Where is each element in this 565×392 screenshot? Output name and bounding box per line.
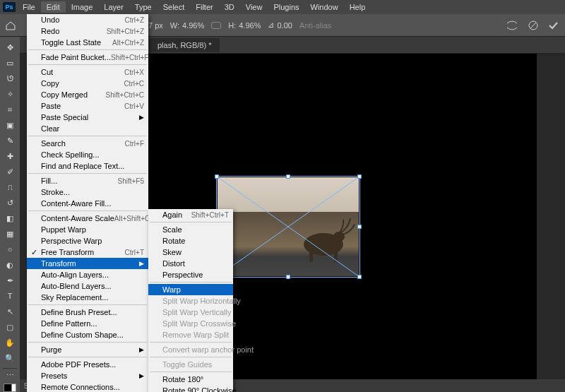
edit-menu-define-custom-shape[interactable]: Define Custom Shape... [27,329,148,340]
menu-file[interactable]: File [17,1,41,13]
transform-menu-skew[interactable]: Skew [148,247,233,258]
crop-tool[interactable]: ⌗ [1,102,18,117]
transform-y-field[interactable]: 7 px [148,21,163,30]
edit-menu-find-and-replace-text[interactable]: Find and Replace Text... [27,160,148,172]
edit-menu-presets[interactable]: Presets▶ [27,370,148,381]
edit-menu-copy[interactable]: CopyCtrl+C [27,78,148,89]
transform-menu-perspective[interactable]: Perspective [148,269,233,280]
transform-menu-rotate[interactable]: Rotate [148,235,233,247]
edit-menu-auto-blend-layers[interactable]: Auto-Blend Layers... [27,280,148,292]
move-tool[interactable]: ✥ [1,40,18,55]
tools-panel: ✥▭ᘎ✧⌗▣✎✚✐⎍↺◧▦○◐✒T↖▢✋🔍 ⋯ [0,37,20,392]
edit-menu-puppet-warp[interactable]: Puppet Warp [27,224,148,235]
menu-help[interactable]: Help [344,1,371,13]
wand-tool[interactable]: ✧ [1,86,18,102]
brush-tool[interactable]: ✐ [1,164,18,179]
edit-menu-search[interactable]: SearchCtrl+F [27,138,148,149]
transform-menu-split-warp-crosswise: Split Warp Crosswise [148,318,233,329]
eraser-tool[interactable]: ◧ [1,210,18,226]
edit-menu-purge[interactable]: Purge▶ [27,344,148,355]
stamp-tool[interactable]: ⎍ [1,179,18,195]
history-tool[interactable]: ↺ [1,195,18,210]
transform-width-label: W:4.96% [170,21,204,30]
menu-edit[interactable]: Edit [41,1,66,13]
edit-menu-content-aware-fill[interactable]: Content-Aware Fill... [27,198,148,209]
path-tool[interactable]: ↖ [1,304,18,319]
transform-menu-again[interactable]: AgainShift+Ctrl+T [148,209,233,220]
cancel-transform-icon[interactable] [528,20,538,30]
pen-tool[interactable]: ✒ [1,273,18,288]
type-tool[interactable]: T [1,288,18,304]
transform-menu-scale[interactable]: Scale [148,224,233,235]
edit-menu-adobe-pdf-presets[interactable]: Adobe PDF Presets... [27,359,148,370]
menu-select[interactable]: Select [157,1,191,13]
edit-menu-fade-paint-bucket[interactable]: Fade Paint Bucket...Shift+Ctrl+F [27,52,148,63]
zoom-tool[interactable]: 🔍 [1,350,18,366]
edit-menu-dropdown: UndoCtrl+ZRedoShift+Ctrl+ZToggle Last St… [27,14,148,392]
lasso-tool[interactable]: ᘎ [1,71,18,86]
edit-menu-fill[interactable]: Fill...Shift+F5 [27,175,148,186]
edit-menu-sky-replacement[interactable]: Sky Replacement... [27,292,148,303]
edit-toolbar-icon[interactable]: ⋯ [1,371,18,381]
edit-menu-cut[interactable]: CutCtrl+X [27,66,148,78]
transform-handle-n[interactable] [286,174,290,179]
menu-window[interactable]: Window [305,1,344,13]
menu-layer[interactable]: Layer [98,1,129,13]
gradient-tool[interactable]: ▦ [1,226,18,242]
edit-menu-toggle-last-state[interactable]: Toggle Last StateAlt+Ctrl+Z [27,37,148,48]
transform-menu-split-warp-vertically: Split Warp Vertically [148,307,233,318]
menu-plugins[interactable]: Plugins [268,1,304,13]
edit-menu-content-aware-scale[interactable]: Content-Aware ScaleAlt+Shift+Ctrl+C [27,213,148,224]
menu-filter[interactable]: Filter [190,1,218,13]
edit-menu-free-transform[interactable]: ✓Free TransformCtrl+T [27,247,148,258]
edit-menu-remote-connections[interactable]: Remote Connections... [27,381,148,392]
edit-menu-define-pattern[interactable]: Define Pattern... [27,318,148,329]
hand-tool[interactable]: ✋ [1,335,18,350]
antialias-checkbox[interactable]: Anti-alias [299,21,331,30]
menu-type[interactable]: Type [129,1,157,13]
transform-menu-rotate-90-clockwise[interactable]: Rotate 90° Clockwise [148,385,233,392]
shape-tool[interactable]: ▢ [1,319,18,335]
edit-menu-check-spelling[interactable]: Check Spelling... [27,149,148,160]
menu-view[interactable]: View [240,1,268,13]
edit-menu-stroke[interactable]: Stroke... [27,186,148,198]
document-tab[interactable]: plash, RGB/8) * [149,38,220,52]
dodge-tool[interactable]: ◐ [1,257,18,273]
transform-menu-distort[interactable]: Distort [148,258,233,269]
transform-menu-remove-warp-split: Remove Warp Split [148,329,233,340]
color-swatch[interactable] [4,384,16,392]
edit-menu-undo[interactable]: UndoCtrl+Z [27,14,148,25]
transform-menu-convert-warp-anchor-point: Convert warp anchor point [148,344,233,355]
edit-menu-auto-align-layers[interactable]: Auto-Align Layers... [27,269,148,280]
transform-bounding-box[interactable] [216,176,360,278]
home-icon[interactable] [4,19,17,32]
transform-handle-e[interactable] [357,225,362,229]
transform-handle-s[interactable] [286,275,290,279]
tool-separator [3,368,17,369]
frame-tool[interactable]: ▣ [1,117,18,133]
eyedrop-tool[interactable]: ✎ [1,133,18,148]
transform-handle-se[interactable] [357,275,362,279]
edit-menu-define-brush-preset[interactable]: Define Brush Preset... [27,307,148,318]
menu-3d[interactable]: 3D [219,1,240,13]
edit-menu-copy-merged[interactable]: Copy MergedShift+Ctrl+C [27,89,148,100]
warp-options-icon[interactable] [506,20,518,30]
edit-menu-transform[interactable]: Transform▶ [27,258,148,269]
edit-menu-clear[interactable]: Clear [27,123,148,134]
transform-menu-warp[interactable]: Warp [148,284,233,295]
heal-tool[interactable]: ✚ [1,148,18,164]
transform-menu-rotate-180[interactable]: Rotate 180° [148,374,233,385]
transform-angle-field[interactable]: ⊿0.00 [268,20,292,30]
transform-handle-nw[interactable] [215,174,219,179]
edit-menu-paste-special[interactable]: Paste Special▶ [27,112,148,123]
commit-transform-icon[interactable] [548,20,558,30]
marquee-tool[interactable]: ▭ [1,55,18,71]
edit-menu-paste[interactable]: PasteCtrl+V [27,100,148,112]
blur-tool[interactable]: ○ [1,242,18,257]
edit-menu-perspective-warp[interactable]: Perspective Warp [27,235,148,247]
edit-menu-redo[interactable]: RedoShift+Ctrl+Z [27,25,148,37]
transform-menu-toggle-guides: Toggle Guides [148,359,233,370]
transform-handle-ne[interactable] [357,174,362,179]
menu-image[interactable]: Image [66,1,99,13]
link-icon[interactable] [211,22,221,29]
